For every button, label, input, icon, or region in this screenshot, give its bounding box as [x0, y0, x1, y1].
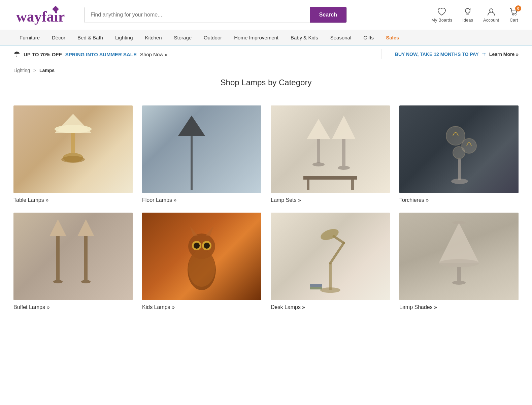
svg-point-6	[490, 9, 493, 12]
nav-lighting[interactable]: Lighting	[109, 30, 139, 45]
search-button[interactable]: Search	[310, 7, 346, 23]
nav-bed-bath[interactable]: Bed & Bath	[71, 30, 109, 45]
nav-home-improvement[interactable]: Home Improvement	[228, 30, 285, 45]
product-item-desk-lamps[interactable]: Desk Lamps »	[271, 213, 390, 310]
product-item-lamp-sets[interactable]: Lamp Sets »	[271, 105, 390, 203]
product-item-floor-lamps[interactable]: Floor Lamps »	[142, 105, 261, 203]
product-link-table-lamps[interactable]: Table Lamps »	[13, 197, 48, 203]
nav-storage[interactable]: Storage	[168, 30, 198, 45]
header-nav-icons: My Boards Ideas Account	[431, 7, 519, 23]
cart-label: Cart	[510, 18, 518, 23]
cart-nav[interactable]: 0 Cart	[509, 7, 519, 23]
product-label-kids-lamps: Kids Lamps »	[142, 304, 261, 310]
logo-svg: wayfair	[13, 5, 71, 25]
svg-point-43	[194, 243, 200, 249]
product-link-torchieres[interactable]: Torchieres »	[399, 197, 429, 203]
svg-marker-31	[49, 219, 66, 236]
heart-icon	[437, 7, 446, 16]
svg-rect-15	[191, 136, 193, 190]
breadcrumb: Lighting > Lamps	[0, 63, 532, 78]
nav-gifts[interactable]: Gifts	[357, 30, 380, 45]
svg-point-8	[515, 14, 516, 15]
nav-kitchen[interactable]: Kitchen	[139, 30, 168, 45]
svg-marker-39	[190, 226, 198, 236]
my-boards-nav[interactable]: My Boards	[431, 7, 452, 23]
product-item-kids-lamps[interactable]: Kids Lamps »	[142, 213, 261, 310]
svg-line-48	[330, 243, 344, 263]
product-image-lamp-shades	[399, 213, 519, 300]
svg-rect-23	[303, 176, 357, 180]
promo-right: BUY NOW, TAKE 12 MONTHS TO PAY †† Learn …	[395, 52, 519, 57]
promo-sale-text: SPRING INTO SUMMER SALE	[65, 52, 137, 57]
product-item-torchieres[interactable]: Torchieres »	[399, 105, 519, 203]
svg-line-5	[470, 9, 471, 9]
product-label-buffet-lamps: Buffet Lamps »	[13, 304, 133, 310]
svg-point-36	[81, 280, 91, 283]
product-link-lamp-shades[interactable]: Lamp Shades »	[399, 304, 437, 310]
svg-rect-29	[458, 159, 461, 180]
svg-point-50	[319, 227, 340, 242]
svg-point-33	[53, 280, 63, 283]
svg-rect-52	[310, 284, 322, 287]
product-image-buffet-lamps	[13, 213, 133, 300]
product-item-buffet-lamps[interactable]: Buffet Lamps »	[13, 213, 133, 310]
search-input[interactable]	[85, 7, 310, 23]
svg-point-45	[188, 250, 215, 287]
product-link-buffet-lamps[interactable]: Buffet Lamps »	[13, 304, 49, 310]
svg-rect-56	[457, 267, 461, 281]
nav-seasonal[interactable]: Seasonal	[324, 30, 358, 45]
product-image-floor-lamps	[142, 105, 261, 193]
product-image-lamp-sets	[271, 105, 390, 193]
svg-point-28	[453, 147, 465, 159]
svg-marker-10	[55, 114, 92, 133]
promo-bar: ☂ UP TO 70% OFF SPRING INTO SUMMER SALE …	[0, 46, 532, 63]
category-section: Shop Lamps by Category	[0, 78, 532, 105]
svg-marker-17	[307, 119, 330, 139]
product-label-lamp-sets: Lamp Sets »	[271, 197, 390, 203]
nav-outdoor[interactable]: Outdoor	[198, 30, 228, 45]
header: wayfair Search My Boards Ideas	[0, 0, 532, 30]
svg-point-13	[61, 156, 85, 163]
product-image-desk-lamps	[271, 213, 390, 300]
promo-buy-now-text: BUY NOW, TAKE 12 MONTHS TO PAY	[395, 52, 479, 57]
product-label-floor-lamps: Floor Lamps »	[142, 197, 261, 203]
account-label: Account	[483, 18, 499, 23]
breadcrumb-parent[interactable]: Lighting	[13, 68, 30, 73]
svg-point-22	[338, 166, 350, 170]
product-label-table-lamps: Table Lamps »	[13, 197, 133, 203]
nav-furniture[interactable]: Furniture	[13, 30, 46, 45]
svg-rect-11	[71, 133, 75, 153]
nav-sales[interactable]: Sales	[380, 30, 405, 45]
svg-point-19	[312, 162, 325, 166]
promo-learn-more[interactable]: Learn More »	[489, 52, 519, 57]
svg-rect-35	[84, 236, 88, 280]
svg-point-55	[452, 221, 466, 224]
svg-rect-21	[342, 139, 345, 166]
product-link-kids-lamps[interactable]: Kids Lamps »	[142, 304, 175, 310]
product-item-lamp-shades[interactable]: Lamp Shades »	[399, 213, 519, 310]
svg-rect-47	[329, 263, 332, 290]
product-item-table-lamps[interactable]: Table Lamps »	[13, 105, 133, 203]
promo-divider	[381, 49, 381, 59]
ideas-nav[interactable]: Ideas	[462, 7, 473, 23]
nav-baby-kids[interactable]: Baby & Kids	[285, 30, 324, 45]
logo[interactable]: wayfair	[13, 5, 71, 25]
svg-point-30	[451, 179, 468, 184]
svg-marker-40	[206, 226, 213, 236]
svg-point-57	[452, 281, 466, 285]
cart-badge: 0	[515, 5, 521, 11]
person-icon	[487, 7, 496, 16]
umbrella-icon: ☂	[13, 50, 20, 59]
search-bar: Search	[84, 7, 347, 23]
nav-decor[interactable]: Décor	[46, 30, 71, 45]
promo-shop-now[interactable]: Shop Now »	[140, 52, 168, 57]
product-link-lamp-sets[interactable]: Lamp Sets »	[271, 197, 301, 203]
svg-point-54	[439, 259, 479, 267]
account-nav[interactable]: Account	[483, 7, 499, 23]
svg-marker-20	[332, 116, 356, 139]
breadcrumb-separator: >	[33, 68, 37, 73]
svg-rect-32	[56, 236, 60, 280]
product-link-floor-lamps[interactable]: Floor Lamps »	[142, 197, 176, 203]
product-label-torchieres: Torchieres »	[399, 197, 519, 203]
product-link-desk-lamps[interactable]: Desk Lamps »	[271, 304, 305, 310]
